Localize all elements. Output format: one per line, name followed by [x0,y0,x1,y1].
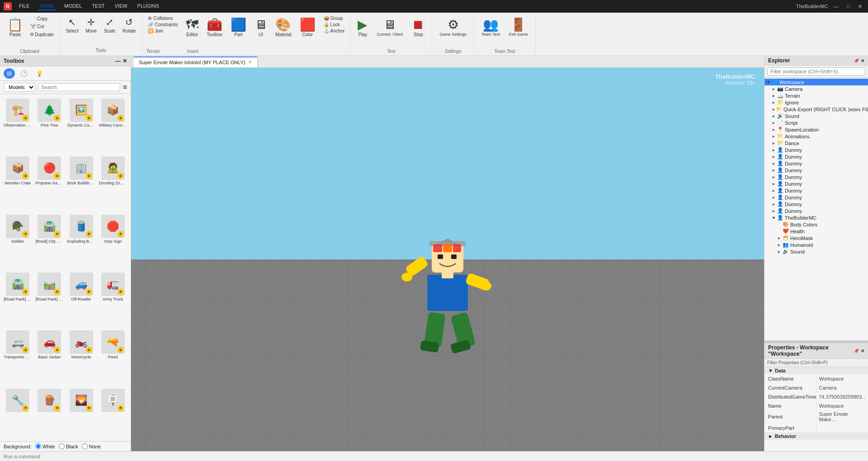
prop-row-0-0[interactable]: ClassName Workspace [764,374,868,383]
toolbox-item-18[interactable]: 🏍️ ★ Motorcycle [66,329,96,385]
paste-button[interactable]: 📋 Paste [4,15,27,48]
toolbox-tab-bulb[interactable]: 💡 [33,69,46,78]
stop-button[interactable]: ⏹ Stop [408,15,428,48]
rotate-button[interactable]: ↺ Rotate [120,15,138,35]
tree-item-22[interactable]: ❤️ Health [764,228,868,235]
tree-item-23[interactable]: ► 😷 HeroMask [764,235,868,241]
tree-item-16[interactable]: ► 👤 Dummy [764,187,868,194]
menu-view[interactable]: VIEW [113,2,129,10]
copy-button[interactable]: 📄 Copy [28,15,56,22]
toolbox-item-2[interactable]: 🖼️ ★ Dynamic Canvas... [66,97,96,153]
command-input[interactable] [4,454,864,459]
tree-item-3[interactable]: ► 📁 Ignore [764,99,868,106]
minimize-icon[interactable]: — [831,3,841,10]
collisions-button[interactable]: ⚙ Collisions [146,15,179,21]
menu-model[interactable]: MODEL [62,2,84,10]
tree-item-19[interactable]: ► 👤 Dummy [764,207,868,214]
explorer-filter-input[interactable] [767,67,865,75]
tree-item-5[interactable]: ► 🔊 Sound [764,113,868,119]
toolbox-close-btn[interactable]: ✕ [123,58,127,64]
color-button[interactable]: 🟥 Color [296,15,319,48]
tree-item-15[interactable]: ► 👤 Dummy [764,180,868,187]
toolbox-item-17[interactable]: 🚗 ★ Basic Sedan [34,329,64,385]
tree-item-24[interactable]: ► 👥 Humanoid [764,241,868,248]
toolbox-item-23[interactable]: 🪧 ★ [98,387,128,438]
exit-game-button[interactable]: 🚪 Exit Game [505,15,532,48]
bg-none-radio[interactable] [82,443,88,449]
team-test-button[interactable]: 👥 Team Test [478,15,504,48]
tree-item-20[interactable]: ▼ 👤 TheBuilderMC [764,214,868,221]
maximize-icon[interactable]: □ [844,3,852,10]
game-settings-button[interactable]: ⚙ Game Settings [436,15,470,48]
toolbox-item-12[interactable]: 🛣️ ★ [Road Pack] Boulevard... [3,271,33,327]
toolbox-item-13[interactable]: 🛤️ ★ [Road Pack] Narrow... [34,271,64,327]
properties-close-btn[interactable]: ✕ [861,348,864,353]
toolbox-item-9[interactable]: 🛣️ ★ [Road] City Streets... [34,213,64,269]
scale-button[interactable]: ⤢ Scale [101,15,118,35]
prop-row-0-2[interactable]: DistributedGameTime 74.3750039259903... [764,392,868,401]
tree-item-4[interactable]: ► 📁 Quick-Export (RIGHT CLICK )xsixx FIL… [764,106,868,113]
menu-file[interactable]: FILE [17,2,31,10]
bg-white-option[interactable]: White [35,443,55,449]
viewport-tab[interactable]: Super Emote Maker lolololol (MY PLACE ON… [133,56,258,67]
prop-section-1[interactable]: ►Behavior [764,433,868,440]
tree-item-0[interactable]: ▼ 🌐 Workspace [764,79,868,85]
close-icon[interactable]: ✕ [856,3,864,10]
tree-item-25[interactable]: ► 🔊 Sound [764,248,868,255]
toolbox-button[interactable]: 🧰 Toolbox [203,15,226,48]
menu-home[interactable]: HOME [38,2,56,10]
tree-item-9[interactable]: ► 📁 Dance [764,140,868,146]
explorer-pin-btn[interactable]: 📌 [854,58,859,63]
bg-black-radio[interactable] [59,443,65,449]
bg-none-option[interactable]: None [82,443,101,449]
tree-item-21[interactable]: 🎨 Body Colors [764,221,868,228]
cut-button[interactable]: ✂️ Cut [28,23,56,30]
toolbox-item-3[interactable]: 📦 ★ Military Canvas... [98,97,128,153]
tree-item-12[interactable]: ► 👤 Dummy [764,160,868,167]
bg-black-option[interactable]: Black [59,443,78,449]
toolbox-item-21[interactable]: 🪵 ★ [34,387,64,438]
viewport[interactable]: TheBuilderMC Account: 13+ [131,68,764,451]
constraints-button[interactable]: 🔗 Constraints [146,22,179,28]
tree-item-11[interactable]: ► 👤 Dummy [764,153,868,160]
toolbox-item-14[interactable]: 🚙 ★ Off-Roader [66,271,96,327]
toolbox-item-19[interactable]: 🔫 ★ Pistol [98,329,128,385]
tree-item-8[interactable]: ► 📁 Animations. [764,133,868,140]
tree-item-17[interactable]: ► 👤 Dummy [764,194,868,201]
toolbox-item-7[interactable]: 🧟 ★ Drooling Zombie [98,155,128,211]
tab-close-btn[interactable]: ✕ [248,60,252,65]
toolbox-collapse-btn[interactable]: — [115,58,121,64]
model-dropdown[interactable]: Models [4,83,35,92]
prop-section-0[interactable]: ▼Data [764,367,868,374]
properties-pin-btn[interactable]: 📌 [854,348,859,353]
editor-button[interactable]: 🗺 Editor [182,15,202,48]
toolbox-item-5[interactable]: 🔴 ★ Propane Gas Conta... [34,155,64,211]
toolbox-item-1[interactable]: 🌲 ★ Pine Tree [34,97,64,153]
toolbox-item-8[interactable]: 🪖 ★ Soldier [3,213,33,269]
lock-button[interactable]: 🔒 Lock [322,22,347,28]
tree-item-6[interactable]: ► 📄 Script [764,119,868,126]
toolbox-item-4[interactable]: 📦 ★ Wooden Crate [3,155,33,211]
tree-item-1[interactable]: ► 📷 Camera [764,85,868,92]
group-button[interactable]: 📦 Group [322,15,347,21]
prop-row-0-5[interactable]: PrimaryPart [764,423,868,433]
tree-item-14[interactable]: ► 👤 Dummy [764,174,868,180]
bg-white-radio[interactable] [35,443,41,449]
part-button[interactable]: 🟦 Part [227,15,250,48]
ui-button[interactable]: 🖥 UI [251,15,271,48]
tree-item-7[interactable]: ► 📍 SpawnLocation [764,126,868,133]
move-button[interactable]: ✛ Move [83,15,99,35]
select-button[interactable]: ↖ Select [63,15,81,35]
prop-row-0-1[interactable]: CurrentCamera Camera [764,383,868,392]
explorer-close-btn[interactable]: ✕ [861,58,864,63]
toolbox-item-11[interactable]: 🛑 ★ Stop Sign [98,213,128,269]
tree-item-2[interactable]: ► 🏔️ Terrain [764,92,868,99]
filter-icon[interactable]: ≡ [123,83,127,91]
anchor-button[interactable]: ⚓ Anchor [322,28,347,34]
toolbox-item-22[interactable]: 🌄 ★ [66,387,96,438]
toolbox-tab-clock[interactable]: 🕐 [18,69,30,78]
tree-item-10[interactable]: ► 👤 Dummy [764,146,868,153]
toolbox-item-16[interactable]: 🚐 ★ Transporter Van [3,329,33,385]
toolbox-item-0[interactable]: 🏗️ ★ Observation Tower [3,97,33,153]
duplicate-button[interactable]: ⧉ Duplicate [28,31,56,38]
